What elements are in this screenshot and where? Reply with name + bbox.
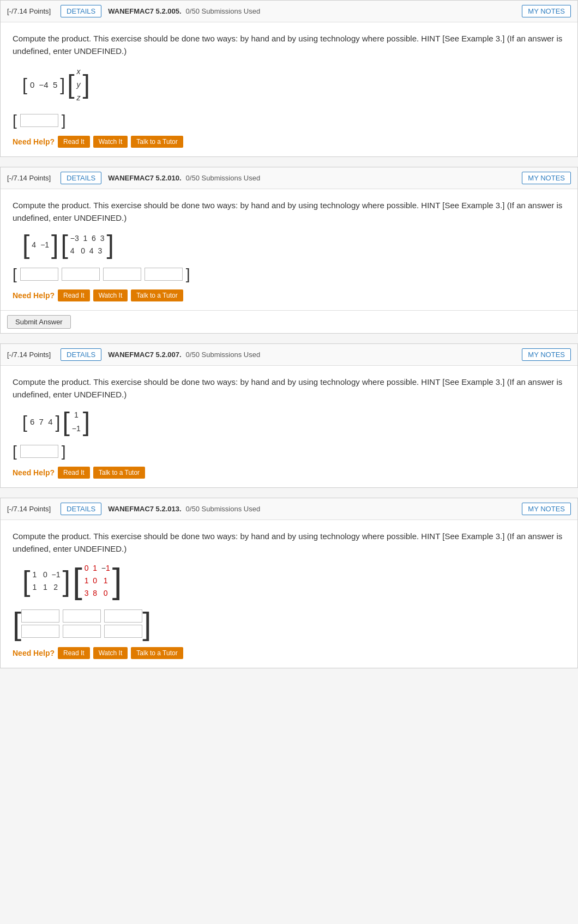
- my-notes-button-4[interactable]: MY NOTES: [522, 503, 571, 515]
- problem-3-matrix: [ 6 7 4 ] [ 1 −1 ]: [22, 409, 565, 435]
- problem-2: [-/7.14 Points] DETAILS WANEFMAC7 5.2.01…: [0, 167, 578, 334]
- problem-id-3: WANEFMAC7 5.2.007.: [108, 351, 181, 359]
- need-help-row-3: Need Help? Read It Talk to a Tutor: [13, 467, 565, 479]
- my-notes-button-1[interactable]: MY NOTES: [522, 5, 571, 17]
- right-bracket-4: ]: [62, 567, 70, 595]
- answer-right-bracket-4: ]: [142, 608, 151, 639]
- problem-1: [-/7.14 Points] DETAILS WANEFMAC7 5.2.00…: [0, 0, 578, 157]
- points-label-4: [-/7.14 Points]: [7, 505, 56, 513]
- answer-input-2a[interactable]: [20, 268, 58, 281]
- right-matrix-4: 0 1 −1 1 0 1 3 8 0: [85, 563, 110, 599]
- problem-2-text: Compute the product. This exercise shoul…: [13, 199, 565, 225]
- talk-to-tutor-button-2[interactable]: Talk to a Tutor: [131, 289, 183, 301]
- answer-input-1[interactable]: [20, 114, 58, 127]
- answer-input-2d[interactable]: [144, 268, 183, 281]
- right-matrix-right-bracket-3: ]: [83, 409, 90, 435]
- row1: −3 1 6 3: [70, 233, 105, 244]
- details-button-4[interactable]: DETAILS: [61, 503, 101, 515]
- right-matrix-left-bracket-4: [: [73, 564, 82, 599]
- watch-it-button-2[interactable]: Watch It: [93, 289, 128, 301]
- talk-to-tutor-button-1[interactable]: Talk to a Tutor: [131, 136, 183, 148]
- right-matrix-col-3: 1 −1: [72, 409, 81, 434]
- answer-input-4-r2c2[interactable]: [63, 625, 101, 638]
- read-it-button-4[interactable]: Read It: [58, 647, 90, 659]
- details-button-1[interactable]: DETAILS: [61, 5, 101, 17]
- right-matrix-right-bracket: ]: [83, 71, 90, 98]
- problem-4-body: Compute the product. This exercise shoul…: [1, 520, 577, 668]
- val-neg1: −1: [40, 239, 49, 251]
- points-label-3: [-/7.14 Points]: [7, 351, 56, 359]
- answer-grid-4: [21, 609, 142, 638]
- problem-id-2: WANEFMAC7 5.2.010.: [108, 174, 181, 182]
- right-bracket-2: ]: [51, 232, 58, 258]
- need-help-label-3: Need Help?: [13, 468, 55, 477]
- problem-3-header: [-/7.14 Points] DETAILS WANEFMAC7 5.2.00…: [1, 344, 577, 366]
- watch-it-button-4[interactable]: Watch It: [93, 647, 128, 659]
- problem-1-answer-row: [ ]: [13, 113, 565, 128]
- answer-row2-4: [21, 625, 142, 638]
- var-y: y: [77, 78, 81, 90]
- points-label-1: [-/7.14 Points]: [7, 7, 56, 15]
- answer-row1-4: [21, 609, 142, 623]
- submissions-used-2: 0/50 Submissions Used: [186, 174, 518, 182]
- var-x: x: [77, 65, 81, 77]
- need-help-label-1: Need Help?: [13, 137, 55, 146]
- watch-it-button-1[interactable]: Watch It: [93, 136, 128, 148]
- need-help-row-1: Need Help? Read It Watch It Talk to a Tu…: [13, 136, 565, 148]
- problem-4-matrix: [ 1 0 −1 1 1 2 ] [ 0 1 −1 1 0 1 3 8 0 ]: [22, 563, 565, 599]
- submissions-used-4: 0/50 Submissions Used: [186, 505, 518, 513]
- problem-id-1: WANEFMAC7 5.2.005.: [108, 7, 181, 15]
- answer-input-2b[interactable]: [62, 268, 100, 281]
- answer-left-bracket-3: [: [13, 444, 17, 459]
- val-neg1-3: −1: [72, 422, 81, 434]
- problem-2-body: Compute the product. This exercise shoul…: [1, 189, 577, 311]
- answer-right-bracket-2: ]: [186, 267, 190, 282]
- val-4: 4: [32, 239, 36, 251]
- problem-1-body: Compute the product. This exercise shoul…: [1, 22, 577, 156]
- right-matrix-left-bracket-2: [: [61, 232, 68, 258]
- answer-input-4-r1c2[interactable]: [63, 609, 101, 623]
- problem-1-header: [-/7.14 Points] DETAILS WANEFMAC7 5.2.00…: [1, 1, 577, 22]
- left-bracket: [: [22, 76, 27, 93]
- my-notes-button-2[interactable]: MY NOTES: [522, 172, 571, 184]
- read-it-button-1[interactable]: Read It: [58, 136, 90, 148]
- read-it-button-3[interactable]: Read It: [58, 467, 90, 479]
- left-bracket-2: [: [22, 232, 29, 258]
- left-bracket-4: [: [22, 567, 30, 595]
- problem-2-matrix: [ 4 −1 ] [ −3 1 6 3 4 0 4 3 ]: [22, 232, 565, 258]
- answer-left-bracket-2: [: [13, 267, 17, 282]
- problem-4-header: [-/7.14 Points] DETAILS WANEFMAC7 5.2.01…: [1, 498, 577, 520]
- problem-2-answer-row: [ ]: [13, 267, 565, 282]
- right-row3-4: 3 8 0: [85, 588, 110, 599]
- answer-input-4-r1c3[interactable]: [104, 609, 142, 623]
- problem-4-text: Compute the product. This exercise shoul…: [13, 530, 565, 555]
- answer-left-bracket: [: [13, 113, 17, 128]
- problem-1-matrix: [ 0 −4 5 ] [ x y z ]: [22, 65, 565, 104]
- problem-3-answer-row: [ ]: [13, 444, 565, 459]
- answer-input-3[interactable]: [20, 445, 58, 458]
- read-it-button-2[interactable]: Read It: [58, 289, 90, 301]
- answer-input-4-r1c1[interactable]: [21, 609, 59, 623]
- right-matrix-2row: −3 1 6 3 4 0 4 3: [70, 233, 105, 257]
- details-button-2[interactable]: DETAILS: [61, 172, 101, 184]
- my-notes-button-3[interactable]: MY NOTES: [522, 348, 571, 361]
- right-matrix-right-bracket-4: ]: [112, 564, 122, 599]
- need-help-row-4: Need Help? Read It Watch It Talk to a Tu…: [13, 647, 565, 659]
- talk-to-tutor-button-4[interactable]: Talk to a Tutor: [131, 647, 183, 659]
- problem-3-body: Compute the product. This exercise shoul…: [1, 366, 577, 487]
- submit-button-2[interactable]: Submit Answer: [7, 315, 71, 329]
- answer-input-4-r2c3[interactable]: [104, 625, 142, 638]
- problem-id-4: WANEFMAC7 5.2.013.: [108, 505, 181, 513]
- details-button-3[interactable]: DETAILS: [61, 348, 101, 361]
- answer-input-2c[interactable]: [103, 268, 141, 281]
- right-matrix-right-bracket-2: ]: [106, 232, 113, 258]
- submissions-used-1: 0/50 Submissions Used: [186, 7, 518, 15]
- right-bracket: ]: [60, 76, 65, 93]
- left-row2-4: 1 1 2: [32, 582, 60, 593]
- right-row2-4: 1 0 1: [85, 575, 110, 587]
- row2: 4 0 4 3: [70, 245, 105, 257]
- talk-to-tutor-button-3[interactable]: Talk to a Tutor: [93, 467, 145, 479]
- answer-input-4-r2c1[interactable]: [21, 625, 59, 638]
- problem-4: [-/7.14 Points] DETAILS WANEFMAC7 5.2.01…: [0, 498, 578, 669]
- matrix-left-3: 6 7 4: [30, 417, 53, 426]
